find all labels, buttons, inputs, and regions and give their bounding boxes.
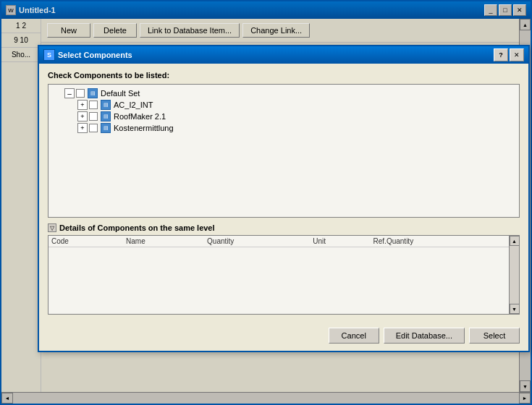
- select-components-dialog: S Select Components ? ✕ Check Components…: [38, 45, 530, 352]
- dialog-controls: ? ✕: [494, 48, 524, 61]
- col-ref-quantity: Ref.Quantity: [371, 236, 519, 247]
- details-scroll-up[interactable]: ▲: [510, 236, 520, 246]
- tree-expander-kosten[interactable]: +: [77, 123, 88, 133]
- dialog-close-button[interactable]: ✕: [510, 48, 524, 61]
- dialog-help-button[interactable]: ?: [494, 48, 508, 61]
- tree-item-icon-kosten: ▤: [101, 123, 111, 133]
- edit-database-button[interactable]: Edit Database...: [384, 328, 465, 344]
- select-button[interactable]: Select: [469, 328, 520, 344]
- col-quantity: Quantity: [204, 236, 310, 247]
- modal-overlay: S Select Components ? ✕ Check Components…: [1, 1, 531, 404]
- tree-expander-roofmaker[interactable]: +: [77, 111, 88, 122]
- col-unit: Unit: [310, 236, 370, 247]
- tree-checkbox-ac[interactable]: [89, 101, 98, 109]
- tree-item-ac[interactable]: + ▤ AC_I2_INT: [51, 99, 516, 111]
- dialog-footer: Cancel Edit Database... Select: [39, 322, 528, 351]
- dialog-titlebar: S Select Components ? ✕: [39, 46, 528, 64]
- tree-checkbox-kosten[interactable]: [89, 124, 98, 132]
- tree-item-label-roofmaker: RoofMaker 2.1: [114, 112, 166, 121]
- tree-item-roofmaker[interactable]: + ▤ RoofMaker 2.1: [51, 111, 516, 122]
- details-vscrollbar[interactable]: ▲ ▼: [509, 236, 519, 314]
- tree-item-icon-roofmaker: ▤: [101, 111, 111, 122]
- details-header: ▽ Details of Components on the same leve…: [48, 223, 520, 232]
- tree-panel[interactable]: – ▤ Default Set + ▤ AC_I2_INT: [48, 84, 520, 218]
- col-name: Name: [123, 236, 204, 247]
- tree-item-icon-ac: ▤: [101, 100, 111, 110]
- cancel-button[interactable]: Cancel: [329, 328, 379, 344]
- tree-item-default-set[interactable]: – ▤ Default Set: [51, 88, 516, 99]
- main-window: W Untitled-1 _ □ ✕ 1 2 9 10 Sho... New D…: [0, 0, 532, 405]
- details-title: Details of Components on the same level: [59, 223, 215, 232]
- dialog-title: Select Components: [58, 51, 132, 59]
- tree-checkbox-roofmaker[interactable]: [89, 112, 98, 121]
- col-code: Code: [48, 236, 123, 247]
- section-label: Check Components to be listed:: [48, 71, 520, 80]
- tree-item-icon-default-set: ▤: [88, 88, 98, 98]
- dialog-content: Check Components to be listed: – ▤ Defau…: [39, 64, 528, 322]
- tree-expander-ac[interactable]: +: [77, 100, 88, 110]
- details-scroll-down[interactable]: ▼: [510, 304, 520, 314]
- tree-item-label-ac: AC_I2_INT: [114, 101, 153, 109]
- tree-expander-default-set[interactable]: –: [64, 88, 75, 98]
- tree-checkbox-default-set[interactable]: [76, 89, 85, 98]
- details-collapse-button[interactable]: ▽: [48, 223, 56, 232]
- tree-item-label-kosten: Kostenermittlung: [114, 124, 174, 132]
- dialog-title-left: S Select Components: [43, 49, 132, 61]
- tree-item-label-default-set: Default Set: [101, 89, 140, 98]
- details-table: Code Name Quantity Unit Ref.Quantity: [48, 236, 519, 247]
- details-table-container[interactable]: Code Name Quantity Unit Ref.Quantity ▲: [48, 235, 520, 315]
- tree-item-kosten[interactable]: + ▤ Kostenermittlung: [51, 122, 516, 134]
- dialog-app-icon: S: [43, 49, 55, 61]
- details-scroll-thumb[interactable]: [510, 246, 519, 304]
